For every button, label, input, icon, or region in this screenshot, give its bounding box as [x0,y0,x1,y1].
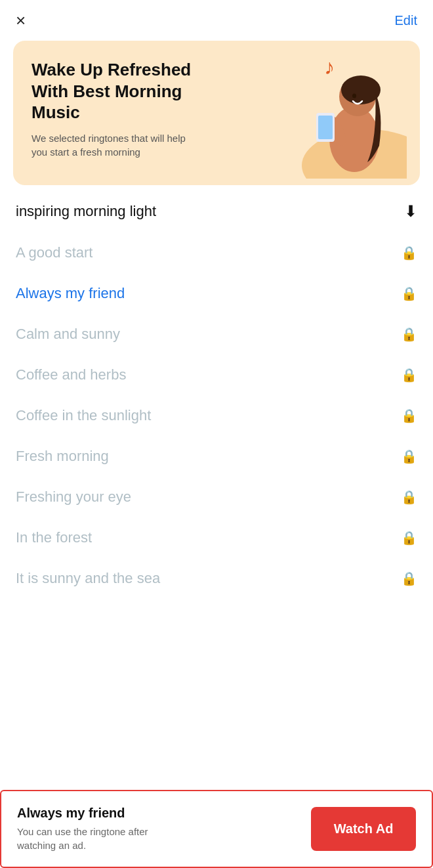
edit-button[interactable]: Edit [395,13,417,28]
song-name: Freshing your eye [16,488,131,506]
lock-icon: 🔒 [401,245,417,261]
banner: Wake Up Refreshed With Best Morning Musi… [13,41,420,185]
banner-text: Wake Up Refreshed With Best Morning Musi… [31,59,202,159]
lock-icon: 🔒 [401,367,417,383]
list-item[interactable]: Coffee in the sunlight🔒 [16,395,417,436]
lock-icon: 🔒 [401,408,417,423]
song-name: Coffee in the sunlight [16,407,151,424]
bottom-panel-title: Always my friend [17,806,311,821]
bottom-panel: Always my friend You can use the rington… [0,790,433,868]
song-list: A good start🔒Always my friend🔒Calm and s… [0,232,433,599]
header: × Edit [0,0,433,35]
song-name: Fresh morning [16,448,109,465]
list-item[interactable]: Freshing your eye🔒 [16,477,417,517]
list-item[interactable]: In the forest🔒 [16,517,417,558]
song-name: A good start [16,244,93,261]
section-title: inspiring morning light [16,203,156,220]
song-name: Coffee and herbs [16,366,126,383]
banner-subtitle: We selected ringtones that will help you… [31,131,202,159]
song-name: Always my friend [16,285,125,302]
list-item[interactable]: Always my friend🔒 [16,273,417,314]
list-item[interactable]: A good start🔒 [16,232,417,273]
download-icon[interactable]: ⬇ [404,202,417,221]
lock-icon: 🔒 [401,530,417,546]
watch-ad-button[interactable]: Watch Ad [311,807,416,851]
bottom-panel-description: You can use the ringtone after watching … [17,825,175,852]
lock-icon: 🔒 [401,489,417,505]
lock-icon: 🔒 [401,326,417,342]
list-item[interactable]: Coffee and herbs🔒 [16,355,417,395]
song-name: In the forest [16,529,92,546]
lock-icon: 🔒 [401,448,417,464]
svg-rect-4 [318,116,333,139]
list-item[interactable]: It is sunny and the sea🔒 [16,558,417,599]
svg-point-6 [341,76,381,104]
list-item[interactable]: Calm and sunny🔒 [16,314,417,355]
close-button[interactable]: × [16,12,26,29]
svg-point-7 [352,94,356,98]
banner-title: Wake Up Refreshed With Best Morning Musi… [31,59,202,123]
lock-icon: 🔒 [401,571,417,586]
bottom-info: Always my friend You can use the rington… [17,806,311,852]
song-name: It is sunny and the sea [16,570,160,587]
banner-illustration [276,54,420,185]
song-name: Calm and sunny [16,326,120,343]
section-header: inspiring morning light ⬇ [0,198,433,232]
list-item[interactable]: Fresh morning🔒 [16,436,417,477]
lock-icon: 🔒 [401,286,417,301]
